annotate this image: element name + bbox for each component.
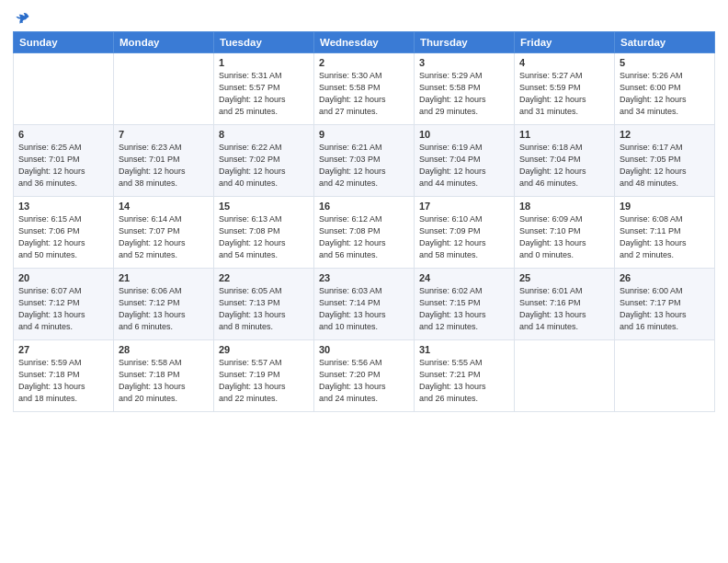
calendar-cell: 5Sunrise: 5:26 AMSunset: 6:00 PMDaylight… (615, 53, 715, 125)
day-info: Sunrise: 5:59 AMSunset: 7:18 PMDaylight:… (18, 357, 108, 405)
day-number: 17 (419, 201, 509, 212)
day-number: 10 (419, 129, 509, 140)
calendar-cell (114, 53, 214, 125)
calendar-cell: 17Sunrise: 6:10 AMSunset: 7:09 PMDayligh… (415, 197, 515, 269)
calendar-cell: 27Sunrise: 5:59 AMSunset: 7:18 PMDayligh… (14, 340, 114, 412)
calendar-cell: 16Sunrise: 6:12 AMSunset: 7:08 PMDayligh… (314, 197, 415, 269)
day-number: 18 (519, 201, 609, 212)
weekday-header-sunday: Sunday (14, 32, 114, 53)
day-number: 30 (319, 344, 409, 355)
day-info: Sunrise: 6:03 AMSunset: 7:14 PMDaylight:… (319, 285, 409, 333)
day-info: Sunrise: 6:14 AMSunset: 7:07 PMDaylight:… (119, 213, 209, 261)
calendar: SundayMondayTuesdayWednesdayThursdayFrid… (13, 31, 715, 412)
day-number: 3 (419, 57, 509, 68)
calendar-cell: 28Sunrise: 5:58 AMSunset: 7:18 PMDayligh… (114, 340, 214, 412)
calendar-cell: 29Sunrise: 5:57 AMSunset: 7:19 PMDayligh… (214, 340, 314, 412)
day-info: Sunrise: 6:21 AMSunset: 7:03 PMDaylight:… (319, 142, 409, 190)
day-info: Sunrise: 6:06 AMSunset: 7:12 PMDaylight:… (119, 285, 209, 333)
week-row-1: 1Sunrise: 5:31 AMSunset: 5:57 PMDaylight… (14, 53, 715, 125)
calendar-cell (615, 340, 715, 412)
weekday-header-thursday: Thursday (415, 32, 515, 53)
day-info: Sunrise: 6:00 AMSunset: 7:17 PMDaylight:… (620, 285, 710, 333)
day-number: 24 (419, 272, 509, 283)
day-number: 13 (18, 201, 108, 212)
calendar-cell: 18Sunrise: 6:09 AMSunset: 7:10 PMDayligh… (515, 197, 615, 269)
day-info: Sunrise: 5:31 AMSunset: 5:57 PMDaylight:… (219, 70, 309, 118)
weekday-header-monday: Monday (114, 32, 214, 53)
weekday-header-tuesday: Tuesday (214, 32, 314, 53)
calendar-cell (14, 53, 114, 125)
day-info: Sunrise: 5:56 AMSunset: 7:20 PMDaylight:… (319, 357, 409, 405)
day-info: Sunrise: 6:10 AMSunset: 7:09 PMDaylight:… (419, 213, 509, 261)
day-number: 4 (519, 57, 609, 68)
day-number: 8 (219, 129, 309, 140)
day-number: 23 (319, 272, 409, 283)
day-number: 15 (219, 201, 309, 212)
day-info: Sunrise: 6:02 AMSunset: 7:15 PMDaylight:… (419, 285, 509, 333)
day-info: Sunrise: 5:58 AMSunset: 7:18 PMDaylight:… (119, 357, 209, 405)
day-info: Sunrise: 5:55 AMSunset: 7:21 PMDaylight:… (419, 357, 509, 405)
calendar-cell: 10Sunrise: 6:19 AMSunset: 7:04 PMDayligh… (415, 125, 515, 197)
calendar-cell: 9Sunrise: 6:21 AMSunset: 7:03 PMDaylight… (314, 125, 415, 197)
calendar-cell: 1Sunrise: 5:31 AMSunset: 5:57 PMDaylight… (214, 53, 314, 125)
weekday-header-saturday: Saturday (615, 32, 715, 53)
calendar-cell: 22Sunrise: 6:05 AMSunset: 7:13 PMDayligh… (214, 269, 314, 340)
calendar-cell: 19Sunrise: 6:08 AMSunset: 7:11 PMDayligh… (615, 197, 715, 269)
week-row-4: 20Sunrise: 6:07 AMSunset: 7:12 PMDayligh… (14, 269, 715, 340)
day-number: 21 (119, 272, 209, 283)
day-info: Sunrise: 6:01 AMSunset: 7:16 PMDaylight:… (519, 285, 609, 333)
calendar-cell: 24Sunrise: 6:02 AMSunset: 7:15 PMDayligh… (415, 269, 515, 340)
day-info: Sunrise: 5:57 AMSunset: 7:19 PMDaylight:… (219, 357, 309, 405)
day-number: 19 (620, 201, 710, 212)
day-info: Sunrise: 5:27 AMSunset: 5:59 PMDaylight:… (519, 70, 609, 118)
day-info: Sunrise: 6:22 AMSunset: 7:02 PMDaylight:… (219, 142, 309, 190)
calendar-cell: 20Sunrise: 6:07 AMSunset: 7:12 PMDayligh… (14, 269, 114, 340)
day-info: Sunrise: 6:15 AMSunset: 7:06 PMDaylight:… (18, 213, 108, 261)
day-number: 5 (620, 57, 710, 68)
calendar-cell: 8Sunrise: 6:22 AMSunset: 7:02 PMDaylight… (214, 125, 314, 197)
day-number: 29 (219, 344, 309, 355)
day-info: Sunrise: 6:09 AMSunset: 7:10 PMDaylight:… (519, 213, 609, 261)
calendar-cell: 15Sunrise: 6:13 AMSunset: 7:08 PMDayligh… (214, 197, 314, 269)
calendar-cell: 2Sunrise: 5:30 AMSunset: 5:58 PMDaylight… (314, 53, 415, 125)
week-row-5: 27Sunrise: 5:59 AMSunset: 7:18 PMDayligh… (14, 340, 715, 412)
day-info: Sunrise: 6:18 AMSunset: 7:04 PMDaylight:… (519, 142, 609, 190)
weekday-header-row: SundayMondayTuesdayWednesdayThursdayFrid… (14, 32, 715, 53)
weekday-header-friday: Friday (515, 32, 615, 53)
day-number: 6 (18, 129, 108, 140)
day-number: 16 (319, 201, 409, 212)
calendar-cell: 3Sunrise: 5:29 AMSunset: 5:58 PMDaylight… (415, 53, 515, 125)
logo (13, 9, 35, 28)
day-info: Sunrise: 5:26 AMSunset: 6:00 PMDaylight:… (620, 70, 710, 118)
calendar-cell: 4Sunrise: 5:27 AMSunset: 5:59 PMDaylight… (515, 53, 615, 125)
calendar-cell: 23Sunrise: 6:03 AMSunset: 7:14 PMDayligh… (314, 269, 415, 340)
day-info: Sunrise: 6:12 AMSunset: 7:08 PMDaylight:… (319, 213, 409, 261)
day-number: 25 (519, 272, 609, 283)
day-info: Sunrise: 6:08 AMSunset: 7:11 PMDaylight:… (620, 213, 710, 261)
calendar-cell: 30Sunrise: 5:56 AMSunset: 7:20 PMDayligh… (314, 340, 415, 412)
calendar-cell: 26Sunrise: 6:00 AMSunset: 7:17 PMDayligh… (615, 269, 715, 340)
day-info: Sunrise: 6:05 AMSunset: 7:13 PMDaylight:… (219, 285, 309, 333)
week-row-3: 13Sunrise: 6:15 AMSunset: 7:06 PMDayligh… (14, 197, 715, 269)
day-number: 2 (319, 57, 409, 68)
day-info: Sunrise: 6:23 AMSunset: 7:01 PMDaylight:… (119, 142, 209, 190)
day-number: 28 (119, 344, 209, 355)
day-number: 14 (119, 201, 209, 212)
calendar-cell: 11Sunrise: 6:18 AMSunset: 7:04 PMDayligh… (515, 125, 615, 197)
header (13, 9, 715, 28)
calendar-cell: 12Sunrise: 6:17 AMSunset: 7:05 PMDayligh… (615, 125, 715, 197)
calendar-cell: 13Sunrise: 6:15 AMSunset: 7:06 PMDayligh… (14, 197, 114, 269)
day-number: 26 (620, 272, 710, 283)
day-number: 20 (18, 272, 108, 283)
day-info: Sunrise: 6:07 AMSunset: 7:12 PMDaylight:… (18, 285, 108, 333)
day-info: Sunrise: 5:29 AMSunset: 5:58 PMDaylight:… (419, 70, 509, 118)
calendar-cell: 25Sunrise: 6:01 AMSunset: 7:16 PMDayligh… (515, 269, 615, 340)
calendar-cell: 31Sunrise: 5:55 AMSunset: 7:21 PMDayligh… (415, 340, 515, 412)
day-number: 27 (18, 344, 108, 355)
day-number: 1 (219, 57, 309, 68)
calendar-cell: 21Sunrise: 6:06 AMSunset: 7:12 PMDayligh… (114, 269, 214, 340)
calendar-cell: 14Sunrise: 6:14 AMSunset: 7:07 PMDayligh… (114, 197, 214, 269)
calendar-cell: 7Sunrise: 6:23 AMSunset: 7:01 PMDaylight… (114, 125, 214, 197)
day-number: 9 (319, 129, 409, 140)
day-number: 31 (419, 344, 509, 355)
